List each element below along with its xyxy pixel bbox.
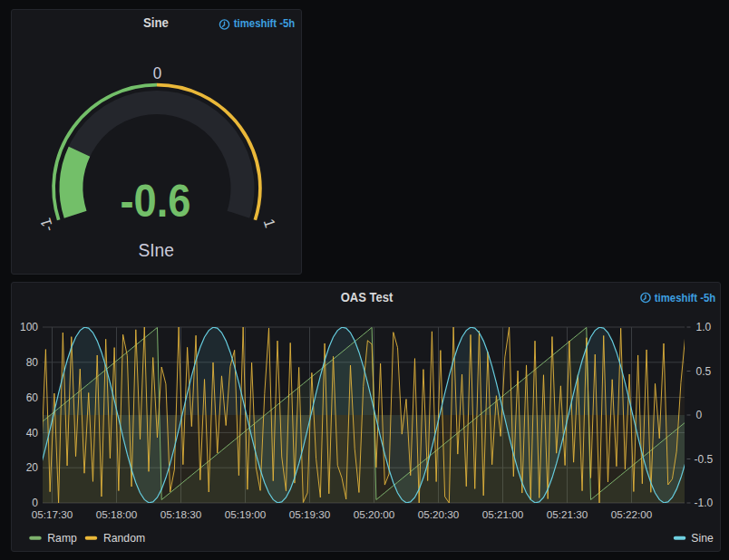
svg-text:100: 100 [19,321,37,333]
svg-text:05:20:00: 05:20:00 [353,508,394,520]
svg-text:05:21:30: 05:21:30 [546,508,588,520]
svg-text:05:18:00: 05:18:00 [95,508,137,520]
svg-text:Sine: Sine [143,14,169,29]
svg-text:-0.5: -0.5 [694,453,713,466]
svg-text:0: 0 [152,64,161,82]
svg-text:-0.6: -0.6 [120,176,190,227]
svg-text:1: 1 [260,216,278,228]
svg-text:-1: -1 [36,216,56,233]
svg-text:OAS Test: OAS Test [340,290,393,304]
svg-text:05:17:30: 05:17:30 [31,508,73,520]
svg-text:05:19:00: 05:19:00 [224,508,266,520]
svg-text:05:19:30: 05:19:30 [288,508,330,520]
svg-text:Ramp: Ramp [47,532,77,545]
svg-text:05:22:00: 05:22:00 [610,508,652,520]
svg-text:05:21:00: 05:21:00 [481,508,523,520]
svg-text:40: 40 [25,427,38,439]
svg-text:80: 80 [25,356,38,369]
svg-text:20: 20 [25,461,38,474]
svg-text:0.5: 0.5 [695,365,711,378]
svg-text:-1.0: -1.0 [694,497,713,509]
svg-text:timeshift -5h: timeshift -5h [233,16,295,29]
svg-text:05:18:30: 05:18:30 [160,508,201,520]
svg-text:1.0: 1.0 [695,321,711,333]
svg-text:05:20:30: 05:20:30 [417,508,459,520]
svg-text:Random: Random [103,532,145,545]
svg-text:60: 60 [25,391,38,404]
svg-text:Sine: Sine [691,532,714,545]
svg-text:0: 0 [695,409,702,421]
svg-text:SIne: SIne [138,239,174,260]
svg-text:timeshift -5h: timeshift -5h [654,292,715,304]
